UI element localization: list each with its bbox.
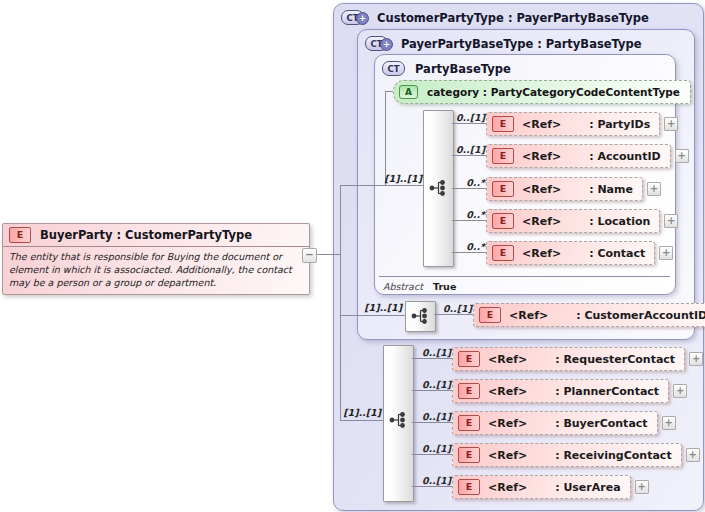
attribute-icon: A <box>399 85 418 99</box>
element-row: 0..* E <Ref> : Contact + <box>452 241 673 265</box>
connector-line <box>385 91 386 185</box>
element-ref-location[interactable]: E <Ref> : Location <box>486 209 660 233</box>
element-name: <Ref> <box>522 215 561 228</box>
element-ref-requestercontact[interactable]: E <Ref> : RequesterContact <box>452 347 685 371</box>
element-row: 0..[1] E <Ref> : PartyIDs + <box>452 112 678 136</box>
expand-icon[interactable]: + <box>686 448 700 462</box>
element-connector: 0..[1] <box>412 379 452 403</box>
element-name: <Ref> <box>488 481 527 494</box>
element-icon: E <box>458 447 480 463</box>
element-connector: 0..[1] <box>452 112 486 136</box>
element-name: <Ref> <box>522 183 561 196</box>
element-icon: E <box>492 181 514 197</box>
sequence-compositor-partybasetype[interactable] <box>423 110 454 267</box>
element-connector: 0..[1] <box>412 411 452 435</box>
type-title: PayerPartyBaseType : PartyBaseType <box>401 37 642 51</box>
cardinality-label: 0..[1] <box>422 411 451 422</box>
complextype-header: CT + CustomerPartyType : PayerPartyBaseT… <box>334 4 703 25</box>
element-connector: 0..[1] <box>412 347 452 371</box>
element-connector: 0..[1] <box>412 443 452 467</box>
attribute-category[interactable]: A category : PartyCategoryCodeContentTyp… <box>393 80 691 104</box>
element-ref-accountid[interactable]: E <Ref> : AccountID <box>486 144 671 168</box>
element-connector: 0..* <box>452 177 486 201</box>
connector-line <box>340 185 423 186</box>
cardinality-label: 0..[1] <box>422 443 451 454</box>
element-ref-partyids[interactable]: E <Ref> : PartyIDs <box>486 112 660 136</box>
sequence-compositor-customerpartytype[interactable] <box>383 345 414 502</box>
cardinality-label: 0..[1] <box>443 303 472 314</box>
element-title: BuyerParty : CustomerPartyType <box>40 228 252 242</box>
type-title: PartyBaseType <box>415 62 511 76</box>
element-icon: E <box>458 479 480 495</box>
expand-icon[interactable]: + <box>689 352 703 366</box>
element-connector: 0..[1] <box>434 303 473 327</box>
type-title: CustomerPartyType : PayerPartyBaseType <box>377 11 649 25</box>
abstract-property-value: True <box>433 281 456 292</box>
element-icon: E <box>492 213 514 229</box>
element-name: <Ref> <box>509 309 548 322</box>
element-icon: E <box>492 245 514 261</box>
expand-icon[interactable]: + <box>673 384 687 398</box>
element-connector: 0..* <box>452 209 486 233</box>
cardinality-label: 0..[1] <box>422 347 451 358</box>
cardinality-label: [1]..[1] <box>378 173 422 184</box>
element-icon: E <box>458 351 480 367</box>
expand-icon[interactable]: + <box>675 149 689 163</box>
element-row: 0..[1] E <Ref> : RequesterContact + <box>412 347 703 371</box>
complextype-header: CT PartyBaseType <box>375 55 675 76</box>
element-name: <Ref> <box>488 449 527 462</box>
expand-icon[interactable]: + <box>662 416 676 430</box>
abstract-property-label: Abstract <box>383 281 423 292</box>
element-name: <Ref> <box>522 150 561 163</box>
connector-line <box>340 420 384 421</box>
cardinality-label: [1]..[1] <box>358 302 402 313</box>
element-ref-userarea[interactable]: E <Ref> : UserArea <box>452 475 631 499</box>
element-connector: 0..[1] <box>412 475 452 499</box>
element-ref-customeraccountid[interactable]: E <Ref> : CustomerAccountID <box>473 303 705 327</box>
element-header: E BuyerParty : CustomerPartyType <box>3 224 309 247</box>
sequence-compositor-payerpartybasetype[interactable] <box>405 301 436 332</box>
cardinality-label: 0..[1] <box>422 475 451 486</box>
element-row: 0..[1] E <Ref> : BuyerContact + <box>412 411 676 435</box>
element-type: : RequesterContact <box>555 353 675 366</box>
element-icon: E <box>492 116 514 132</box>
expand-icon[interactable]: + <box>664 214 678 228</box>
sequence-icon <box>429 180 447 196</box>
connector-line <box>340 315 406 316</box>
element-ref-buyercontact[interactable]: E <Ref> : BuyerContact <box>452 411 658 435</box>
element-ref-plannercontact[interactable]: E <Ref> : PlannerContact <box>452 379 669 403</box>
expand-icon[interactable]: + <box>664 117 678 131</box>
connector-line <box>340 185 341 421</box>
complextype-header: CT + PayerPartyBaseType : PartyBaseType <box>358 30 694 51</box>
attribute-label: category : PartyCategoryCodeContentType <box>427 86 680 98</box>
element-icon: E <box>492 148 514 164</box>
schema-diagram-canvas: CT + CustomerPartyType : PayerPartyBaseT… <box>0 0 705 512</box>
expand-icon[interactable]: + <box>635 480 649 494</box>
element-name: <Ref> <box>488 385 527 398</box>
element-connector: 0..[1] <box>452 144 486 168</box>
expand-icon[interactable]: + <box>659 246 673 260</box>
element-row: 0..[1] E <Ref> : UserArea + <box>412 475 649 499</box>
ct-badge-label: CT <box>387 64 399 74</box>
element-ref-contact[interactable]: E <Ref> : Contact <box>486 241 655 265</box>
element-type: : ReceivingContact <box>555 449 671 462</box>
cardinality-label: 0..[1] <box>422 379 451 390</box>
divider <box>379 276 670 277</box>
element-row: 0..[1] E <Ref> : AccountID + <box>452 144 689 168</box>
element-connector: 0..* <box>452 241 486 265</box>
element-type: : Location <box>589 215 650 228</box>
cardinality-label: 0..[1] <box>456 144 485 155</box>
element-type: : Name <box>589 183 633 196</box>
connector-line <box>315 254 341 255</box>
collapse-icon[interactable]: − <box>302 248 317 263</box>
expand-icon[interactable]: + <box>647 182 661 196</box>
element-name: <Ref> <box>522 118 561 131</box>
cardinality-label: 0..* <box>466 241 485 252</box>
global-element-buyerparty[interactable]: E BuyerParty : CustomerPartyType The ent… <box>2 223 310 295</box>
element-name: <Ref> <box>488 353 527 366</box>
element-name: <Ref> <box>522 247 561 260</box>
element-ref-receivingcontact[interactable]: E <Ref> : ReceivingContact <box>452 443 682 467</box>
element-icon: E <box>9 227 31 243</box>
element-ref-name[interactable]: E <Ref> : Name <box>486 177 643 201</box>
element-type: : BuyerContact <box>555 417 647 430</box>
